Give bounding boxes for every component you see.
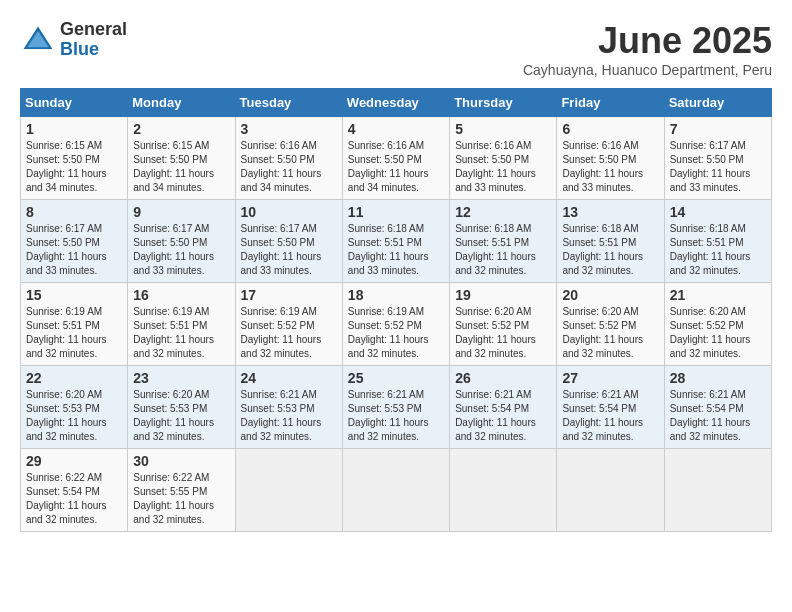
table-row: 2 Sunrise: 6:15 AMSunset: 5:50 PMDayligh… [128,117,235,200]
day-number: 18 [348,287,444,303]
logo-text: General Blue [60,20,127,60]
table-row [557,449,664,532]
day-info: Sunrise: 6:15 AMSunset: 5:50 PMDaylight:… [26,140,107,193]
day-info: Sunrise: 6:21 AMSunset: 5:53 PMDaylight:… [348,389,429,442]
day-number: 7 [670,121,766,137]
table-row: 29 Sunrise: 6:22 AMSunset: 5:54 PMDaylig… [21,449,128,532]
day-number: 9 [133,204,229,220]
table-row: 16 Sunrise: 6:19 AMSunset: 5:51 PMDaylig… [128,283,235,366]
day-info: Sunrise: 6:18 AMSunset: 5:51 PMDaylight:… [348,223,429,276]
day-number: 24 [241,370,337,386]
day-info: Sunrise: 6:21 AMSunset: 5:53 PMDaylight:… [241,389,322,442]
day-number: 6 [562,121,658,137]
day-number: 22 [26,370,122,386]
day-info: Sunrise: 6:20 AMSunset: 5:52 PMDaylight:… [670,306,751,359]
title-area: June 2025 Cayhuayna, Huanuco Department,… [523,20,772,78]
table-row: 10 Sunrise: 6:17 AMSunset: 5:50 PMDaylig… [235,200,342,283]
day-info: Sunrise: 6:19 AMSunset: 5:51 PMDaylight:… [133,306,214,359]
table-row: 24 Sunrise: 6:21 AMSunset: 5:53 PMDaylig… [235,366,342,449]
day-number: 21 [670,287,766,303]
day-number: 28 [670,370,766,386]
day-number: 25 [348,370,444,386]
table-row: 1 Sunrise: 6:15 AMSunset: 5:50 PMDayligh… [21,117,128,200]
day-info: Sunrise: 6:18 AMSunset: 5:51 PMDaylight:… [670,223,751,276]
day-info: Sunrise: 6:21 AMSunset: 5:54 PMDaylight:… [562,389,643,442]
table-row: 15 Sunrise: 6:19 AMSunset: 5:51 PMDaylig… [21,283,128,366]
day-number: 16 [133,287,229,303]
day-info: Sunrise: 6:16 AMSunset: 5:50 PMDaylight:… [562,140,643,193]
location-subtitle: Cayhuayna, Huanuco Department, Peru [523,62,772,78]
col-thursday: Thursday [450,89,557,117]
day-info: Sunrise: 6:19 AMSunset: 5:52 PMDaylight:… [241,306,322,359]
table-row [450,449,557,532]
table-row: 6 Sunrise: 6:16 AMSunset: 5:50 PMDayligh… [557,117,664,200]
calendar-week-row: 15 Sunrise: 6:19 AMSunset: 5:51 PMDaylig… [21,283,772,366]
day-number: 23 [133,370,229,386]
calendar-body: 1 Sunrise: 6:15 AMSunset: 5:50 PMDayligh… [21,117,772,532]
day-info: Sunrise: 6:19 AMSunset: 5:51 PMDaylight:… [26,306,107,359]
table-row: 21 Sunrise: 6:20 AMSunset: 5:52 PMDaylig… [664,283,771,366]
day-info: Sunrise: 6:22 AMSunset: 5:55 PMDaylight:… [133,472,214,525]
day-info: Sunrise: 6:18 AMSunset: 5:51 PMDaylight:… [562,223,643,276]
day-info: Sunrise: 6:21 AMSunset: 5:54 PMDaylight:… [670,389,751,442]
day-number: 26 [455,370,551,386]
col-wednesday: Wednesday [342,89,449,117]
day-number: 27 [562,370,658,386]
table-row: 5 Sunrise: 6:16 AMSunset: 5:50 PMDayligh… [450,117,557,200]
day-number: 1 [26,121,122,137]
day-info: Sunrise: 6:21 AMSunset: 5:54 PMDaylight:… [455,389,536,442]
table-row: 11 Sunrise: 6:18 AMSunset: 5:51 PMDaylig… [342,200,449,283]
table-row: 17 Sunrise: 6:19 AMSunset: 5:52 PMDaylig… [235,283,342,366]
day-info: Sunrise: 6:16 AMSunset: 5:50 PMDaylight:… [348,140,429,193]
day-info: Sunrise: 6:20 AMSunset: 5:52 PMDaylight:… [455,306,536,359]
day-number: 13 [562,204,658,220]
day-number: 19 [455,287,551,303]
day-info: Sunrise: 6:17 AMSunset: 5:50 PMDaylight:… [241,223,322,276]
day-number: 5 [455,121,551,137]
col-saturday: Saturday [664,89,771,117]
table-row [664,449,771,532]
table-row: 27 Sunrise: 6:21 AMSunset: 5:54 PMDaylig… [557,366,664,449]
table-row: 3 Sunrise: 6:16 AMSunset: 5:50 PMDayligh… [235,117,342,200]
month-title: June 2025 [523,20,772,62]
table-row: 18 Sunrise: 6:19 AMSunset: 5:52 PMDaylig… [342,283,449,366]
col-tuesday: Tuesday [235,89,342,117]
day-number: 11 [348,204,444,220]
day-info: Sunrise: 6:20 AMSunset: 5:53 PMDaylight:… [26,389,107,442]
table-row: 23 Sunrise: 6:20 AMSunset: 5:53 PMDaylig… [128,366,235,449]
day-number: 2 [133,121,229,137]
logo: General Blue [20,20,127,60]
table-row [342,449,449,532]
table-row: 30 Sunrise: 6:22 AMSunset: 5:55 PMDaylig… [128,449,235,532]
table-row: 12 Sunrise: 6:18 AMSunset: 5:51 PMDaylig… [450,200,557,283]
table-row [235,449,342,532]
day-info: Sunrise: 6:18 AMSunset: 5:51 PMDaylight:… [455,223,536,276]
calendar-table: Sunday Monday Tuesday Wednesday Thursday… [20,88,772,532]
day-number: 8 [26,204,122,220]
day-number: 20 [562,287,658,303]
calendar-week-row: 8 Sunrise: 6:17 AMSunset: 5:50 PMDayligh… [21,200,772,283]
day-number: 4 [348,121,444,137]
table-row: 25 Sunrise: 6:21 AMSunset: 5:53 PMDaylig… [342,366,449,449]
calendar-week-row: 22 Sunrise: 6:20 AMSunset: 5:53 PMDaylig… [21,366,772,449]
day-info: Sunrise: 6:16 AMSunset: 5:50 PMDaylight:… [241,140,322,193]
day-number: 17 [241,287,337,303]
day-number: 14 [670,204,766,220]
col-friday: Friday [557,89,664,117]
calendar-week-row: 29 Sunrise: 6:22 AMSunset: 5:54 PMDaylig… [21,449,772,532]
day-info: Sunrise: 6:16 AMSunset: 5:50 PMDaylight:… [455,140,536,193]
table-row: 28 Sunrise: 6:21 AMSunset: 5:54 PMDaylig… [664,366,771,449]
day-info: Sunrise: 6:15 AMSunset: 5:50 PMDaylight:… [133,140,214,193]
logo-icon [20,22,56,58]
col-monday: Monday [128,89,235,117]
day-number: 15 [26,287,122,303]
day-info: Sunrise: 6:19 AMSunset: 5:52 PMDaylight:… [348,306,429,359]
table-row: 8 Sunrise: 6:17 AMSunset: 5:50 PMDayligh… [21,200,128,283]
day-info: Sunrise: 6:17 AMSunset: 5:50 PMDaylight:… [670,140,751,193]
calendar-header-row: Sunday Monday Tuesday Wednesday Thursday… [21,89,772,117]
table-row: 22 Sunrise: 6:20 AMSunset: 5:53 PMDaylig… [21,366,128,449]
day-info: Sunrise: 6:22 AMSunset: 5:54 PMDaylight:… [26,472,107,525]
table-row: 7 Sunrise: 6:17 AMSunset: 5:50 PMDayligh… [664,117,771,200]
col-sunday: Sunday [21,89,128,117]
logo-general-text: General [60,19,127,39]
